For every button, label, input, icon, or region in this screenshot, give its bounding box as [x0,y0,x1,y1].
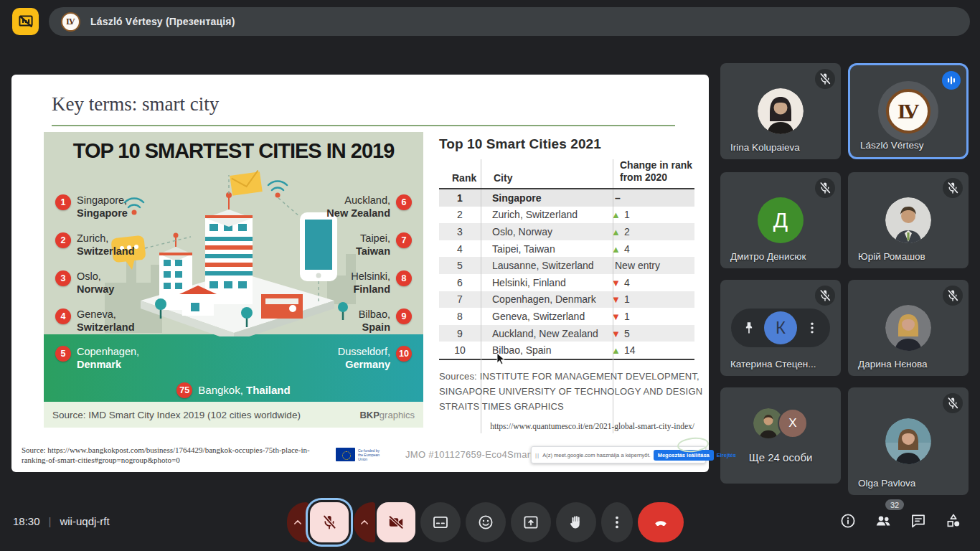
chat-panel-button[interactable] [910,512,927,529]
clock-time: 18:30 [13,515,40,527]
column-header-change: Change in rank from 2020 [620,159,694,184]
mic-off-icon [818,288,832,303]
participant-name: Катерина Стецен... [730,359,816,369]
emoji-icon [477,514,494,531]
meet-window: LV László Vértesy (Презентація) Key term… [0,0,980,551]
rank-entry-5: 5Copenhagen,Denmark [55,345,139,371]
mic-control-group [287,502,349,542]
avatar-initial-x: X [778,408,808,438]
rank-badge: 4 [55,309,71,324]
table-row: 4Taipei, Taiwan4 [439,240,694,258]
table-source-url: https://www.quantumesco.it/en/2021-globa… [439,422,694,430]
drag-handle-icon[interactable]: || [535,452,540,458]
overflow-tile-more-people[interactable]: X Ще 24 особи [720,387,841,484]
rank-badge: 75 [176,382,192,398]
presentation-paused-button[interactable] [12,8,39,35]
table-row: 3Oslo, Norway2 [439,223,694,240]
participant-tile-irina[interactable]: Irina Kolupaieva [720,63,841,159]
captions-icon [432,514,449,531]
camera-toggle-button[interactable] [377,502,415,542]
participant-name: Юрій Ромашов [858,251,925,262]
mic-muted-badge [943,286,963,306]
mic-toggle-button[interactable] [310,502,349,542]
more-options-button[interactable] [601,502,633,542]
camera-options-button[interactable] [354,502,375,542]
table-sources-line1: Sources: INSTITUTE FOR MANAGEMENT DEVELO… [439,371,699,382]
rank-badge: 9 [396,309,412,324]
mic-options-button[interactable] [287,502,308,542]
avatar [758,88,804,134]
rank-entry-2: 2Zurich,Switzerland [55,232,135,258]
people-panel-button[interactable] [875,512,892,529]
title-underline [52,125,675,126]
rank-entry-8: 8Helsinki,Finland [351,270,412,296]
speaking-indicator [942,71,961,90]
participant-name: László Vértesy [860,140,924,151]
table-row: 2Zurich, Switzerland1 [439,207,694,224]
rank-entry-10: 10Dusseldorf,Germany [338,345,412,371]
mic-muted-badge [815,286,835,306]
mic-muted-badge [943,178,963,198]
project-code: JMO #101127659-Eco4Smart [405,449,533,460]
participant-tile-olga[interactable]: Olga Pavlova [848,387,969,495]
column-header-city: City [494,172,512,184]
presenter-avatar: LV [61,12,80,32]
eu-cofunded-logo: Co-funded by the European Union [336,448,382,461]
presenter-pill[interactable]: LV László Vértesy (Презентація) [49,7,970,36]
slideshow-off-icon [17,13,34,30]
meeting-info: 18:30 | wii-uqdj-rft [13,515,110,527]
avatar [885,418,931,464]
more-options-icon[interactable] [804,320,820,336]
table-row: 7Copenhagen, Denmark1 [439,291,694,309]
infographic-footer: Source: IMD Smart City Index 2019 (102 c… [44,402,423,428]
avatar: LV [878,81,938,141]
share-message: A(z) meet.google.com használja a képerny… [542,452,651,458]
mic-off-icon [946,396,960,410]
avatar [885,197,931,243]
rank-badge: 8 [396,270,412,286]
mic-muted-badge [943,393,963,413]
meeting-code: wii-uqdj-rft [60,515,109,527]
divider: | [49,515,52,527]
mouse-cursor [494,352,508,366]
end-call-button[interactable] [638,502,684,542]
avatar [885,305,931,351]
eu-flag-icon [336,448,355,461]
avatar[interactable]: К [764,311,797,344]
captions-button[interactable] [420,502,461,542]
activities-button[interactable] [945,512,962,529]
table-row: 6Helsinki, Finland4 [439,274,694,291]
present-button[interactable] [511,502,551,542]
table-row: 9Auckland, New Zealand5 [439,325,694,342]
meeting-details-button[interactable] [839,512,857,529]
table-row: 5Lausanne, SwitzerlandNew entry [439,257,694,274]
participant-tile-daryna[interactable]: Дарина Нєнова [848,280,969,376]
table-header: Rank City Change in rank from 2020 [439,159,694,189]
avatar: Д [758,197,804,243]
table-sources-line3: STRAITS TIMES GRAPHICS [439,401,564,412]
mic-muted-badge [815,178,835,198]
hide-notification-link[interactable]: Elrejtés [717,452,736,458]
infographic-source: Source: IMD Smart City Index 2019 (102 c… [52,410,301,420]
reactions-button[interactable] [466,502,506,542]
stacked-avatars: X [753,408,808,438]
rank-badge: 5 [55,346,71,362]
rank-badge: 10 [396,346,412,362]
raise-hand-button[interactable] [556,502,596,542]
pin-icon[interactable] [741,320,757,336]
mic-muted-badge [815,69,835,89]
participant-tile-dmytro[interactable]: Д Дмитро Денисюк [720,172,841,268]
rank-entry-6: 6Auckland,New Zealand [326,194,412,220]
rank-badge: 6 [396,194,412,210]
participant-tile-yurii[interactable]: Юрій Ромашов [848,172,969,268]
rank-badge: 7 [396,232,412,248]
participant-tile-laszlo[interactable]: LV László Vértesy [848,63,969,159]
chevron-up-icon [357,515,372,529]
participant-tile-kateryna[interactable]: К Катерина Стецен... [720,280,841,376]
slide-source-citation: Source: https://www.bangkokpost.com/busi… [22,445,344,465]
mic-off-icon [946,288,960,303]
mic-off-icon [946,181,960,195]
call-controls [287,502,684,542]
more-people-label: Ще 24 особи [720,451,841,463]
rank-entry-4: 4Geneva,Switzerland [55,308,135,334]
